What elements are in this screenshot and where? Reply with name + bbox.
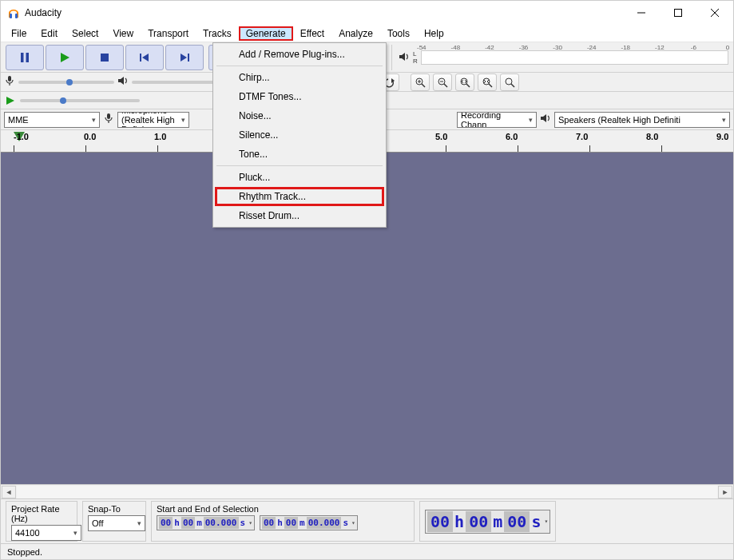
audio-host-select[interactable]: MME	[4, 112, 100, 128]
ruler-tick: 9.0	[716, 132, 728, 141]
horizontal-scrollbar[interactable]: ◄ ►	[1, 484, 733, 498]
generate-menu-dropdown: Add / Remove Plug-ins...Chirp...DTMF Ton…	[212, 42, 387, 228]
svg-marker-18	[399, 53, 405, 61]
minimize-button[interactable]	[623, 1, 660, 25]
generate-menu-item[interactable]: Rhythm Track...	[215, 187, 384, 206]
svg-rect-9	[101, 54, 109, 62]
recording-device-select[interactable]: Microphone (Realtek High Defini	[117, 112, 189, 128]
microphone-icon-3	[103, 113, 114, 126]
snap-to-label: Snap-To	[88, 504, 141, 514]
recording-channels-select[interactable]: Recording Chann	[457, 112, 537, 128]
close-button[interactable]	[696, 1, 733, 25]
playback-meter[interactable]: LR -54-48-42-36-30-24-18-12-60	[394, 50, 733, 65]
generate-menu-item[interactable]: DTMF Tones...	[215, 87, 384, 106]
menu-effect[interactable]: Effect	[293, 26, 331, 41]
status-text: Stopped.	[7, 547, 42, 557]
svg-marker-45	[6, 97, 14, 105]
generate-menu-item[interactable]: Silence...	[215, 125, 384, 145]
menu-analyze[interactable]: Analyze	[331, 26, 380, 41]
menu-view[interactable]: View	[105, 26, 141, 41]
generate-menu-item[interactable]: Noise...	[215, 106, 384, 125]
snap-to-select[interactable]: Off	[88, 515, 145, 531]
scroll-right-button[interactable]: ►	[718, 486, 732, 498]
speaker-icon-2	[117, 75, 129, 89]
play-button[interactable]	[46, 45, 84, 70]
svg-rect-1	[15, 14, 18, 18]
svg-point-41	[483, 78, 490, 85]
menu-tools[interactable]: Tools	[380, 26, 417, 41]
menu-tracks[interactable]: Tracks	[196, 26, 239, 41]
menu-transport[interactable]: Transport	[141, 26, 196, 41]
project-rate-label: Project Rate (Hz)	[11, 504, 72, 523]
generate-menu-item[interactable]: Chirp...	[215, 68, 384, 87]
svg-rect-6	[21, 53, 24, 62]
generate-menu-item[interactable]: Risset Drum...	[215, 206, 384, 225]
selection-toolbar: Project Rate (Hz) 44100 Snap-To Off Star…	[1, 498, 733, 543]
svg-rect-0	[10, 14, 12, 18]
window-title: Audacity	[25, 7, 623, 18]
menu-help[interactable]: Help	[417, 26, 451, 41]
stop-button[interactable]	[85, 45, 124, 70]
project-rate-select[interactable]: 44100	[11, 525, 81, 541]
play-at-speed-slider[interactable]	[20, 99, 140, 102]
menu-select[interactable]: Select	[65, 26, 105, 41]
ruler-tick: -1.0	[14, 132, 29, 141]
svg-line-33	[422, 84, 425, 87]
ruler-tick: 1.0	[154, 132, 166, 141]
pause-button[interactable]	[6, 45, 44, 70]
svg-line-44	[511, 84, 514, 87]
menu-generate[interactable]: Generate	[239, 26, 293, 41]
svg-rect-13	[188, 54, 189, 62]
skip-start-button[interactable]	[125, 45, 164, 70]
svg-marker-48	[541, 114, 546, 122]
titlebar: Audacity	[1, 1, 733, 25]
app-logo	[7, 6, 20, 19]
play-at-speed-button[interactable]	[4, 94, 17, 107]
menu-edit[interactable]: Edit	[34, 26, 65, 41]
menubar: FileEditSelectViewTransportTracksGenerat…	[1, 25, 733, 42]
svg-rect-7	[26, 53, 30, 62]
ruler-tick: 0.0	[84, 132, 96, 141]
audio-position-time[interactable]: 00h 00m 00s▾	[425, 510, 550, 534]
svg-point-43	[506, 78, 512, 85]
svg-marker-11	[142, 54, 149, 62]
menu-file[interactable]: File	[4, 26, 34, 41]
zoom-in-button[interactable]	[411, 73, 430, 91]
selection-label: Start and End of Selection	[157, 504, 409, 514]
ruler-tick: 7.0	[576, 132, 588, 141]
svg-line-42	[489, 84, 492, 87]
recording-volume-slider[interactable]	[18, 81, 114, 84]
svg-marker-12	[181, 54, 187, 62]
generate-menu-item[interactable]: Tone...	[215, 145, 384, 164]
zoom-out-button[interactable]	[433, 73, 452, 91]
svg-rect-3	[675, 10, 682, 17]
svg-line-40	[466, 84, 470, 87]
playback-device-select[interactable]: Speakers (Realtek High Definiti	[554, 112, 730, 128]
svg-rect-19	[8, 76, 11, 81]
svg-line-37	[444, 84, 447, 87]
ruler-tick: 8.0	[646, 132, 658, 141]
generate-menu-item[interactable]: Add / Remove Plug-ins...	[215, 45, 384, 64]
ruler-tick: 6.0	[506, 132, 518, 141]
svg-marker-8	[61, 53, 69, 62]
zoom-toggle-button[interactable]	[500, 73, 519, 91]
maximize-button[interactable]	[660, 1, 696, 25]
generate-menu-item[interactable]: Pluck...	[215, 168, 384, 187]
selection-end-time[interactable]: 00h 00m 00.000s▾	[260, 515, 358, 530]
speaker-icon	[399, 51, 410, 64]
scroll-left-button[interactable]: ◄	[2, 486, 16, 498]
playback-meter-scale[interactable]: -54-48-42-36-30-24-18-12-60	[421, 50, 728, 65]
fit-selection-button[interactable]	[455, 73, 474, 91]
speaker-icon-3	[540, 113, 551, 126]
ruler-tick: 5.0	[435, 132, 447, 141]
fit-project-button[interactable]	[478, 73, 497, 91]
svg-rect-10	[140, 54, 141, 62]
status-bar: Stopped.	[1, 543, 733, 559]
selection-start-time[interactable]: 00h 00m 00.000s▾	[157, 515, 255, 530]
microphone-icon-2	[4, 75, 15, 89]
meter-lr-label-play: LR	[413, 50, 418, 65]
svg-rect-46	[107, 113, 110, 119]
skip-end-button[interactable]	[165, 45, 204, 70]
svg-marker-21	[118, 77, 124, 85]
